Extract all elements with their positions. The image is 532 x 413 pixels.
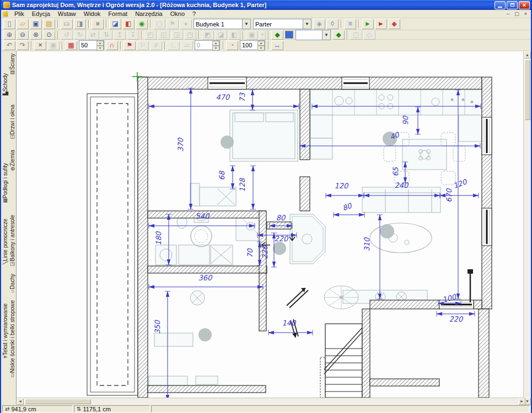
- material-button[interactable]: ▣: [246, 30, 258, 40]
- menu-?[interactable]: ?: [189, 10, 200, 18]
- sidebar-tab-drzwi-i-okna[interactable]: ◫Drzwi i okna: [9, 105, 17, 142]
- scroll-left-arrow[interactable]: ◄: [17, 398, 24, 405]
- view-3d-button[interactable]: ◉: [136, 19, 148, 29]
- view-front-button[interactable]: ◱: [158, 30, 170, 40]
- view-elevation-button[interactable]: ◧: [122, 19, 135, 29]
- zoom-extents-button[interactable]: ⊗: [30, 30, 42, 40]
- floor-manager-button[interactable]: ◊: [326, 19, 338, 29]
- undo-button[interactable]: ↶: [3, 41, 15, 50]
- pan-vertical-button[interactable]: ⇅: [100, 30, 112, 40]
- menu-widok[interactable]: Widok: [80, 10, 105, 18]
- zoom-window-button[interactable]: ⊙: [43, 30, 55, 40]
- spinner-up-icon[interactable]: ▲: [257, 41, 265, 46]
- sidebar-tab-ściany[interactable]: ▤Ściany: [9, 53, 17, 77]
- wire-mode-button[interactable]: ◪: [215, 30, 227, 40]
- minimize-button[interactable]: [495, 1, 506, 9]
- render-mode-button[interactable]: ◧: [228, 30, 240, 40]
- angle-step-button[interactable]: ∟: [168, 41, 180, 50]
- spinner-down-icon[interactable]: ▼: [212, 46, 219, 51]
- next-color-button[interactable]: ◆: [332, 30, 345, 40]
- sidebar-tab-schody[interactable]: ▙Schody: [2, 73, 9, 97]
- restore-button[interactable]: [507, 1, 518, 9]
- mdi-close-button[interactable]: ×: [522, 10, 530, 17]
- orbit-left-button[interactable]: ↺: [61, 30, 73, 40]
- fill-style-button[interactable]: ▢: [350, 30, 362, 40]
- pan-horizontal-button[interactable]: ⇄: [87, 30, 99, 40]
- flag-button[interactable]: ⚑: [166, 19, 179, 29]
- project-panel-button[interactable]: ■: [92, 19, 104, 29]
- sidebar-tab-dachy[interactable]: ⌂Dachy: [9, 274, 17, 296]
- print-preview-button[interactable]: ◨: [74, 19, 86, 29]
- floorplan-canvas[interactable]: 4707337068128540180802207022036035014040…: [17, 51, 525, 398]
- material-menu-button[interactable]: ▾: [259, 30, 266, 40]
- menu-okno[interactable]: Okno: [166, 10, 189, 18]
- current-color-swatch[interactable]: [285, 31, 293, 39]
- sidebar-tab-ziemia[interactable]: ◍Ziemia: [9, 150, 17, 173]
- redo-button[interactable]: ↷: [17, 41, 29, 50]
- dimension-mode-button[interactable]: ↔: [271, 41, 283, 50]
- spinner-up-icon[interactable]: ▲: [212, 41, 219, 46]
- magnet-snap-button[interactable]: ∩: [106, 41, 118, 50]
- save-button[interactable]: ▣: [30, 19, 42, 29]
- zoom-in-button[interactable]: ⊕: [3, 30, 15, 40]
- walk-mode-button[interactable]: ►: [362, 19, 374, 29]
- scale-spinner[interactable]: 100▲▼: [240, 40, 265, 50]
- menu-edycja[interactable]: Edycja: [28, 10, 54, 18]
- grid-snap-button[interactable]: ▦: [65, 41, 77, 50]
- zoom-out-button[interactable]: ⊖: [17, 30, 29, 40]
- menu-narzdzia[interactable]: Narzędzia: [131, 10, 166, 18]
- horizontal-scrollbar[interactable]: ◄ ►: [17, 398, 525, 405]
- vertical-scroll-thumb[interactable]: [524, 59, 530, 120]
- pattern-button[interactable]: ◇: [363, 30, 375, 40]
- floor-select[interactable]: Parter▼: [253, 19, 311, 29]
- menu-format[interactable]: Format: [104, 10, 131, 18]
- chevron-down-icon[interactable]: ▼: [303, 19, 311, 29]
- menu-plik[interactable]: Plik: [10, 10, 28, 18]
- sidebar-tab-linie-pomocnicze[interactable]: ╲Linie pomocnicze: [2, 219, 9, 266]
- comment-button[interactable]: ▢: [153, 19, 165, 29]
- building-select[interactable]: Budynek 1▼: [194, 19, 251, 29]
- node-snap-button[interactable]: #: [150, 41, 162, 50]
- tilt-down-button[interactable]: ↧: [127, 30, 139, 40]
- grid-size-spinner[interactable]: 50▲▼: [79, 40, 104, 50]
- texture-select[interactable]: ▼: [295, 30, 331, 40]
- sidebar-tab-balkony-i-antresole[interactable]: ◱Balkony i antresole: [9, 215, 17, 269]
- fly-mode-button[interactable]: ►: [375, 19, 387, 29]
- angle-spinner[interactable]: 0▲▼: [195, 40, 220, 50]
- orbit-right-button[interactable]: ↻: [74, 30, 86, 40]
- scroll-up-arrow[interactable]: ▲: [524, 51, 531, 58]
- view-top-button[interactable]: ◰: [144, 30, 157, 40]
- save-copy-button[interactable]: ▤: [43, 19, 55, 29]
- scroll-right-arrow[interactable]: ►: [518, 398, 525, 405]
- chevron-down-icon[interactable]: ▼: [242, 19, 250, 29]
- horizontal-scroll-thumb[interactable]: [25, 399, 91, 404]
- sidebar-tab-podłogi-i-sufity[interactable]: ▦Podłogi i sufity: [2, 163, 9, 205]
- protractor-button[interactable]: ◔: [226, 41, 238, 50]
- view-side-button[interactable]: ◲: [171, 30, 183, 40]
- print-button[interactable]: ▭: [61, 19, 73, 29]
- shade-mode-button[interactable]: ◩: [202, 30, 214, 40]
- vertical-scrollbar[interactable]: ▲ ▼: [523, 51, 531, 405]
- building-manager-button[interactable]: ◈: [313, 19, 325, 29]
- mdi-restore-button[interactable]: ▢: [513, 10, 521, 17]
- angle-snap-button[interactable]: ⚑: [123, 41, 136, 50]
- view-iso-button[interactable]: ◳: [184, 30, 196, 40]
- mdi-minimize-button[interactable]: –: [504, 10, 512, 17]
- chevron-down-icon[interactable]: ▼: [322, 30, 330, 40]
- open-button[interactable]: ▱: [17, 19, 29, 29]
- delete-button[interactable]: ×: [34, 41, 46, 50]
- tilt-up-button[interactable]: ↥: [114, 30, 126, 40]
- layers-button[interactable]: ≡: [344, 19, 356, 29]
- spinner-down-icon[interactable]: ▼: [257, 46, 265, 51]
- parallel-snap-button[interactable]: ⚐: [137, 41, 149, 50]
- close-button[interactable]: ×: [519, 1, 530, 9]
- select-all-button[interactable]: ▣: [47, 41, 60, 50]
- sidebar-tab-tekst-i-wymiarowanie[interactable]: ŦTekst i wymiarowanie: [2, 303, 9, 360]
- marker-button[interactable]: ●: [180, 19, 192, 29]
- mirror-button[interactable]: ▱: [181, 41, 193, 50]
- sidebar-tab-niskie-ścianki-i-belki-stropowe[interactable]: ▯Niskie ścianki i belki stropowe: [9, 300, 17, 380]
- new-button[interactable]: ▯: [3, 19, 15, 29]
- spinner-up-icon[interactable]: ▲: [96, 41, 104, 46]
- view-2d-button[interactable]: ◪: [109, 19, 121, 29]
- prev-color-button[interactable]: ◆: [271, 30, 283, 40]
